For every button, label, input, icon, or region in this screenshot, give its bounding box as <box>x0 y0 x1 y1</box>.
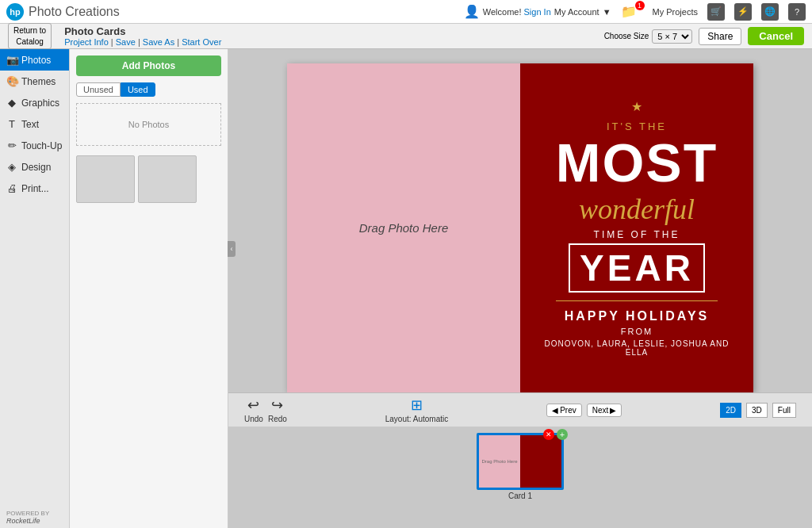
sidebar-item-label: Text <box>21 119 39 130</box>
sidebar-item-label: Design <box>21 162 51 173</box>
card-thumb-right <box>520 435 561 488</box>
panel-toggle[interactable]: ‹ <box>228 241 236 257</box>
photo-thumb[interactable] <box>138 155 197 203</box>
no-photos-area: No Photos <box>76 103 221 146</box>
touchup-icon: ✏ <box>6 140 17 151</box>
sidebar-item-themes[interactable]: 🎨 Themes <box>0 71 69 92</box>
filter-tabs: Unused Used <box>76 82 221 97</box>
sidebar-item-text[interactable]: T Text <box>0 113 69 135</box>
card-thumbnail-wrapper: Drag Photo Here ✕ + Card 1 <box>477 433 564 500</box>
user-icon: 👤 <box>464 4 480 19</box>
card-left-panel[interactable]: Drag Photo Here <box>287 63 520 392</box>
choose-size-label: Choose Size <box>604 32 649 40</box>
most-text: MOST <box>556 136 718 189</box>
cancel-button[interactable]: Cancel <box>748 27 804 45</box>
view-full-button[interactable]: Full <box>772 403 796 418</box>
card-delete-button[interactable]: ✕ <box>543 429 554 440</box>
photos-icon: 📷 <box>6 54 17 66</box>
sidebar-item-touchup[interactable]: ✏ Touch-Up <box>0 135 69 156</box>
prev-button[interactable]: ◀ Prev <box>546 404 582 417</box>
undo-button[interactable]: ↩ Undo <box>244 396 263 423</box>
redo-icon: ↪ <box>271 396 283 414</box>
card-thumb-drag-label: Drag Photo Here <box>481 459 517 464</box>
size-group: Choose Size 5 × 7 4 × 6 <box>604 29 693 44</box>
prev-label: Prev <box>560 406 576 415</box>
sidebar-item-graphics[interactable]: ◆ Graphics <box>0 92 69 113</box>
help-icon[interactable]: ? <box>788 3 806 21</box>
divider-line <box>556 300 717 301</box>
add-photos-button[interactable]: Add Photos <box>76 55 221 76</box>
cart-icon[interactable]: 🛒 <box>707 3 725 21</box>
projects-group[interactable]: 📁 1 My Projects <box>621 4 698 19</box>
project-info-link[interactable]: Project Info <box>64 37 109 47</box>
redo-button[interactable]: ↪ Redo <box>268 396 287 423</box>
sidebar-item-label: Themes <box>21 76 56 87</box>
toolbar-links: Project Info | Save | Save As | Start Ov… <box>64 37 221 47</box>
folder-icon: 📁 <box>621 4 637 19</box>
nav-group: ◀ Prev Next ▶ <box>546 404 622 417</box>
sidebar-item-label: Touch-Up <box>21 140 62 151</box>
start-over-link[interactable]: Start Over <box>182 37 221 47</box>
bottom-toolbar: ↩ Undo ↪ Redo ⊞ Layout: Automatic ◀ Prev <box>228 392 812 427</box>
view-3d-button[interactable]: 3D <box>746 403 768 418</box>
photo-thumb[interactable] <box>76 155 135 203</box>
layout-icon: ⊞ <box>411 396 423 414</box>
wonderful-text: wonderful <box>579 193 695 226</box>
its-the-text: IT'S THE <box>607 121 667 132</box>
size-select[interactable]: 5 × 7 4 × 6 <box>652 29 692 44</box>
unused-tab[interactable]: Unused <box>76 82 121 97</box>
save-as-link[interactable]: Save As <box>143 37 174 47</box>
save-link[interactable]: Save <box>116 37 136 47</box>
card-thumbnail[interactable]: Drag Photo Here <box>477 433 564 490</box>
powered-by: POWERED BY RocketLife <box>6 510 49 525</box>
card-thumb-label: Card 1 <box>477 492 564 500</box>
toolbar-title: Photo Cards <box>64 25 221 37</box>
names-text: DONOVON, LAURA, LESLIE, JOSHUA AND ELLA <box>536 339 737 357</box>
text-icon: T <box>6 118 17 130</box>
sign-in-link[interactable]: Sign In <box>524 7 551 17</box>
sidebar-item-print[interactable]: 🖨 Print... <box>0 178 69 199</box>
share-button[interactable]: Share <box>699 28 741 45</box>
globe-icon[interactable]: 🌐 <box>761 3 779 21</box>
card-right-panel: ★ IT'S THE MOST wonderful TIME OF THE YE… <box>520 63 753 392</box>
time-of-text: TIME OF THE <box>594 229 680 240</box>
sidebar-item-photos[interactable]: 📷 Photos <box>0 49 69 71</box>
prev-icon: ◀ <box>552 406 558 415</box>
return-to-catalog-button[interactable]: Return to Catalog <box>8 23 52 48</box>
header: hp Photo Creations 👤 Welcome! Sign In My… <box>0 0 812 24</box>
header-right: 👤 Welcome! Sign In My Account ▼ 📁 1 My P… <box>464 3 806 21</box>
no-photos-label: No Photos <box>128 120 169 129</box>
happy-holidays-text: HAPPY HOLIDAYS <box>565 309 709 323</box>
bolt-icon[interactable]: ⚡ <box>734 3 752 21</box>
next-button[interactable]: Next ▶ <box>587 404 622 417</box>
photo-thumbs <box>70 152 228 206</box>
undo-redo-group: ↩ Undo ↪ Redo <box>244 396 287 423</box>
welcome-text: Welcome! Sign In <box>483 7 551 17</box>
hp-logo: hp <box>6 3 24 21</box>
graphics-icon: ◆ <box>6 97 17 109</box>
app-title: Photo Creations <box>29 5 120 19</box>
toolbar: Return to Catalog Photo Cards Project In… <box>0 24 812 49</box>
photos-panel: ‹ Add Photos Unused Used No Photos <box>70 49 228 528</box>
account-group[interactable]: 👤 Welcome! Sign In My Account ▼ <box>464 4 611 19</box>
view-2d-button[interactable]: 2D <box>720 403 741 418</box>
header-left: hp Photo Creations <box>6 3 120 21</box>
sidebar-item-design[interactable]: ◈ Design <box>0 156 69 178</box>
rocketlife-logo: RocketLife <box>6 517 49 525</box>
sidebar-item-label: Print... <box>21 183 49 194</box>
card-thumb-left: Drag Photo Here <box>479 435 520 488</box>
next-label: Next <box>592 406 609 415</box>
sidebar-item-label: Graphics <box>21 98 59 109</box>
powered-by-text: POWERED BY <box>6 510 49 517</box>
star-icon: ★ <box>631 99 642 114</box>
themes-icon: 🎨 <box>6 75 17 87</box>
main: 📷 Photos 🎨 Themes ◆ Graphics T Text ✏ To… <box>0 49 812 528</box>
layout-button[interactable]: ⊞ Layout: Automatic <box>385 396 449 423</box>
view-group: 2D 3D Full <box>720 403 796 418</box>
layout-group: ⊞ Layout: Automatic <box>385 396 449 423</box>
card-add-button[interactable]: + <box>557 429 568 440</box>
redo-label: Redo <box>268 415 287 423</box>
undo-label: Undo <box>244 415 263 423</box>
from-text: FROM <box>621 327 653 336</box>
used-tab[interactable]: Used <box>121 82 155 97</box>
